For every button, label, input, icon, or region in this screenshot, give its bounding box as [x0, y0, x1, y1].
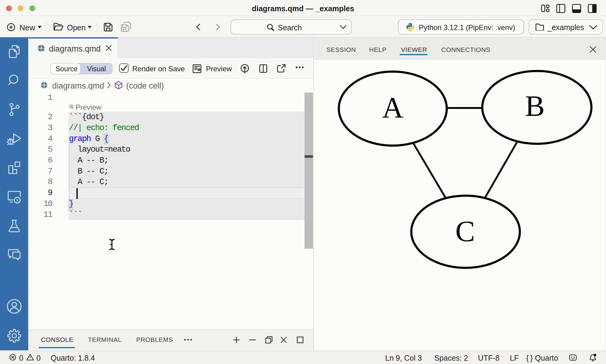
svg-text:B: B	[525, 90, 545, 122]
svg-text:A: A	[382, 91, 403, 124]
svg-text:C: C	[455, 215, 475, 248]
